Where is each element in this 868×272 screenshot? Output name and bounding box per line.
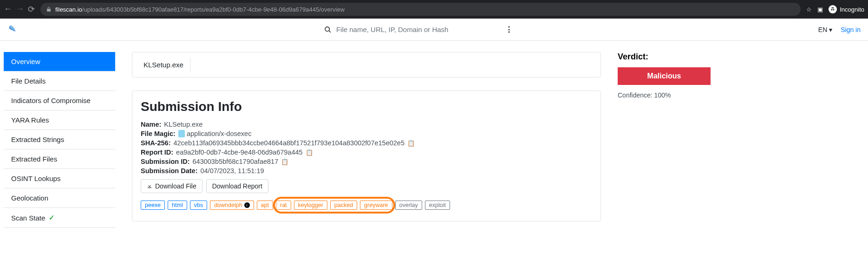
lock-icon (46, 6, 52, 12)
report-id-value: ea9a2bf0-0db7-4cbe-9e48-06d9a679a445 (176, 149, 303, 156)
reload-button[interactable]: ⟳ (28, 4, 35, 14)
verdict-heading: Verdict: (618, 52, 711, 62)
tag-html[interactable]: html (168, 201, 187, 210)
tag-greyware[interactable]: greyware (360, 201, 392, 210)
sidebar-item-label: Geolocation (11, 194, 48, 202)
sha-label: SHA-256: (141, 139, 170, 147)
tag-packed[interactable]: packed (330, 201, 357, 210)
browser-chrome: ← → ⟳ filescan.io/uploads/643003b5bf68c1… (0, 0, 868, 19)
incognito-badge: Incognito (829, 5, 864, 13)
download-file-button[interactable]: Download File (141, 179, 202, 193)
sidebar-item-file-details[interactable]: File Details (4, 71, 115, 91)
download-report-button[interactable]: Download Report (206, 179, 268, 193)
sidebar-item-label: Scan State (11, 214, 45, 222)
language-selector[interactable]: EN ▾ (818, 26, 832, 33)
sidebar-item-geolocation[interactable]: Geolocation (4, 188, 115, 208)
sidebar-item-label: Indicators of Compromise (11, 97, 91, 104)
sidebar-item-label: Extracted Files (11, 155, 57, 163)
sidebar-item-label: File Details (11, 77, 46, 85)
sidebar-item-extracted-strings[interactable]: Extracted Strings (4, 130, 115, 149)
copy-icon[interactable]: 📋 (281, 158, 288, 165)
submission-id-label: Submission ID: (141, 158, 190, 165)
copy-icon[interactable]: 📋 (407, 140, 415, 147)
sidebar-item-label: Extracted Strings (11, 136, 64, 143)
info-icon: i (244, 202, 250, 208)
sidebar-item-osint-lookups[interactable]: OSINT Lookups (4, 169, 115, 188)
tag-peexe[interactable]: peexe (141, 201, 165, 210)
date-value: 04/07/2023, 11:51:19 (200, 167, 264, 175)
signin-link[interactable]: Sign in (841, 26, 861, 33)
extension-icon[interactable]: ▣ (817, 6, 823, 13)
copy-icon[interactable]: 📋 (306, 149, 313, 156)
app-header: ⋮ EN ▾ Sign in (0, 19, 868, 41)
sidebar-item-scan-state[interactable]: Scan State✓ (4, 208, 115, 228)
file-tabs-card: KLSetup.exe (132, 52, 601, 78)
submission-info-card: Submission Info Name:KLSetup.exe File Ma… (132, 91, 601, 221)
tag-downdelph[interactable]: downdelph i (210, 201, 254, 210)
verdict-value: Malicious (618, 67, 711, 85)
submission-id-value: 643003b5bf68c1790afae817 (193, 158, 279, 165)
check-icon: ✓ (49, 214, 55, 222)
file-type-icon (178, 130, 185, 137)
download-icon (147, 183, 152, 189)
svg-point-1 (833, 9, 835, 11)
magic-value: application/x-dosexec (187, 130, 251, 137)
name-label: Name: (141, 121, 161, 128)
sidebar-item-label: Overview (11, 58, 40, 65)
tag-overlay[interactable]: overlay (395, 201, 422, 210)
sidebar-item-yara-rules[interactable]: YARA Rules (4, 110, 115, 130)
sidebar-item-indicators-of-compromise[interactable]: Indicators of Compromise (4, 91, 115, 110)
tag-exploit[interactable]: exploit (425, 201, 450, 210)
tags-row: peexehtmlvbsdowndelph iaptratkeyloggerpa… (141, 201, 592, 210)
tag-apt[interactable]: apt (257, 201, 273, 210)
tag-keylogger[interactable]: keylogger (294, 201, 327, 210)
search-menu-icon[interactable]: ⋮ (505, 25, 513, 34)
magic-label: File Magic: (141, 130, 176, 137)
file-tab[interactable]: KLSetup.exe (137, 57, 190, 72)
tag-rat[interactable]: rat (276, 201, 291, 210)
back-button[interactable]: ← (4, 4, 12, 14)
forward-button[interactable]: → (16, 4, 24, 14)
url-text: filescan.io/uploads/643003b5bf68c1790afa… (55, 6, 345, 13)
report-id-label: Report ID: (141, 149, 173, 156)
star-icon[interactable]: ☆ (806, 6, 812, 13)
sha-value: 42ceb113fa069345bbb34ccbe04664a8bf17521f… (173, 139, 405, 147)
name-value: KLSetup.exe (164, 121, 202, 128)
sidebar-item-label: OSINT Lookups (11, 175, 60, 182)
verdict-panel: Verdict: Malicious Confidence: 100% (618, 52, 711, 99)
svg-point-0 (831, 9, 833, 11)
filescan-logo[interactable] (7, 24, 19, 35)
confidence-text: Confidence: 100% (618, 91, 711, 99)
search-icon (324, 26, 332, 33)
sidebar-item-extracted-files[interactable]: Extracted Files (4, 149, 115, 169)
tag-vbs[interactable]: vbs (190, 201, 207, 210)
sidebar-item-overview[interactable]: Overview (4, 52, 115, 71)
address-bar[interactable]: filescan.io/uploads/643003b5bf68c1790afa… (40, 3, 801, 16)
search-input[interactable] (336, 26, 491, 33)
submission-heading: Submission Info (141, 99, 592, 114)
sidebar: OverviewFile DetailsIndicators of Compro… (4, 52, 115, 228)
sidebar-item-label: YARA Rules (11, 116, 49, 124)
date-label: Submission Date: (141, 167, 197, 175)
